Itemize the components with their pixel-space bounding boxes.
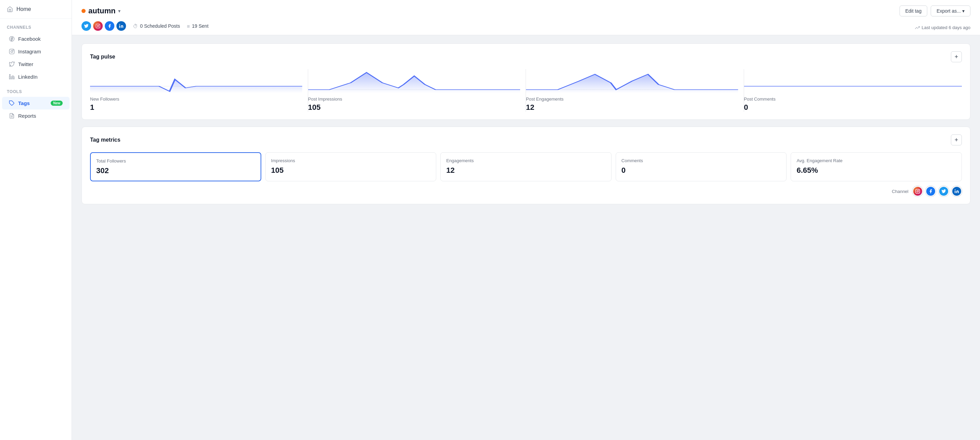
- pulse-post-comments: Post Comments 0: [744, 69, 962, 112]
- pulse-value-0: 1: [90, 103, 302, 112]
- svg-point-2: [11, 51, 13, 53]
- tags-label: Tags: [18, 100, 30, 106]
- linkedin-icon[interactable]: [116, 21, 126, 31]
- social-icons-row: [81, 21, 126, 31]
- tag-pulse-card: Tag pulse +: [81, 43, 970, 120]
- sidebar-item-instagram[interactable]: Instagram: [2, 45, 70, 58]
- pulse-value-2: 12: [526, 103, 738, 112]
- metric-total-followers[interactable]: Total Followers 302: [90, 152, 261, 181]
- pulse-new-followers: New Followers 1: [90, 69, 308, 112]
- header-meta: ⏱ 0 Scheduled Posts ≡ 19 Sent: [81, 21, 970, 35]
- tools-section-label: Tools: [0, 83, 72, 97]
- tag-metrics-add-button[interactable]: +: [951, 135, 962, 145]
- sent-posts-label: 19 Sent: [192, 23, 208, 29]
- instagram-icon[interactable]: [93, 21, 103, 31]
- svg-rect-9: [96, 24, 100, 28]
- scheduled-posts: ⏱ 0 Scheduled Posts: [133, 23, 180, 29]
- header-actions: Edit tag Export as... ▾: [899, 5, 970, 16]
- export-button[interactable]: Export as... ▾: [931, 5, 970, 16]
- svg-point-5: [9, 74, 10, 75]
- content-area: Tag pulse +: [72, 35, 980, 213]
- sparkline-post-engagements: [526, 69, 738, 93]
- metric-value-1: 105: [271, 166, 431, 175]
- sidebar-item-facebook[interactable]: Facebook: [2, 32, 70, 45]
- metric-value-4: 6.65%: [797, 166, 956, 175]
- svg-rect-21: [955, 191, 955, 193]
- chevron-down-icon[interactable]: ▾: [118, 8, 121, 14]
- metric-label-3: Comments: [622, 158, 781, 163]
- metric-label-0: Total Followers: [96, 159, 255, 164]
- instagram-label: Instagram: [18, 49, 41, 54]
- twitter-label: Twitter: [18, 61, 33, 67]
- facebook-icon[interactable]: [105, 21, 115, 31]
- list-icon: ≡: [187, 23, 190, 29]
- sidebar-item-home[interactable]: Home: [0, 0, 72, 19]
- sent-posts: ≡ 19 Sent: [187, 23, 208, 29]
- channel-label: Channel: [892, 189, 908, 194]
- svg-rect-12: [119, 25, 120, 28]
- tag-metrics-card-header: Tag metrics +: [90, 135, 962, 145]
- metric-label-1: Impressions: [271, 158, 431, 163]
- channel-instagram-icon[interactable]: [913, 186, 923, 196]
- svg-rect-18: [916, 189, 920, 193]
- home-label: Home: [16, 6, 31, 12]
- sidebar: Home Channels Facebook Instagram Twitter…: [0, 0, 72, 440]
- svg-point-13: [119, 24, 120, 25]
- channels-section-label: Channels: [0, 19, 72, 32]
- metric-value-0: 302: [96, 166, 255, 175]
- svg-point-3: [13, 50, 13, 50]
- pulse-label-0: New Followers: [90, 97, 302, 102]
- metric-value-2: 12: [446, 166, 606, 175]
- tag-pulse-add-button[interactable]: +: [951, 51, 962, 62]
- sidebar-item-linkedin[interactable]: LinkedIn: [2, 70, 70, 83]
- metrics-grid: Total Followers 302 Impressions 105 Enga…: [90, 152, 962, 181]
- metric-value-3: 0: [622, 166, 781, 175]
- channel-row: Channel: [90, 186, 962, 196]
- metric-comments[interactable]: Comments 0: [616, 152, 787, 181]
- svg-point-11: [99, 25, 99, 25]
- header-top: autumn ▾ Edit tag Export as... ▾: [81, 5, 970, 16]
- sparkline-post-comments: [744, 69, 962, 93]
- reports-label: Reports: [18, 113, 36, 119]
- metric-engagements[interactable]: Engagements 12: [440, 152, 612, 181]
- svg-point-19: [917, 191, 919, 192]
- channel-facebook-icon[interactable]: [926, 186, 936, 196]
- sidebar-item-tags[interactable]: Tags New: [2, 97, 70, 110]
- export-chevron-icon: ▾: [962, 8, 964, 14]
- svg-point-22: [955, 189, 955, 190]
- last-updated-text: Last updated 6 days ago: [922, 25, 970, 30]
- pulse-label-2: Post Engagements: [526, 97, 738, 102]
- channel-linkedin-icon[interactable]: [951, 186, 962, 196]
- pulse-value-1: 105: [308, 103, 520, 112]
- sidebar-item-reports[interactable]: Reports: [2, 110, 70, 122]
- metric-avg-engagement-rate[interactable]: Avg. Engagement Rate 6.65%: [791, 152, 962, 181]
- pulse-label-1: Post Impressions: [308, 97, 520, 102]
- main-content: autumn ▾ Edit tag Export as... ▾: [72, 0, 980, 440]
- metric-impressions[interactable]: Impressions 105: [266, 152, 437, 181]
- dot-orange: [81, 9, 86, 13]
- tag-pulse-title: Tag pulse: [90, 54, 115, 60]
- twitter-icon[interactable]: [81, 21, 91, 31]
- pulse-post-engagements: Post Engagements 12: [526, 69, 744, 112]
- svg-rect-1: [9, 49, 14, 54]
- pulse-value-3: 0: [744, 103, 962, 112]
- edit-tag-button[interactable]: Edit tag: [899, 5, 927, 16]
- tag-pulse-card-header: Tag pulse +: [90, 51, 962, 62]
- channel-twitter-icon[interactable]: [939, 186, 949, 196]
- tag-name: autumn: [88, 6, 115, 15]
- header-bar: autumn ▾ Edit tag Export as... ▾: [72, 0, 980, 35]
- tag-metrics-title: Tag metrics: [90, 137, 121, 143]
- tag-metrics-card: Tag metrics + Total Followers 302 Impres…: [81, 127, 970, 204]
- metric-label-4: Avg. Engagement Rate: [797, 158, 956, 163]
- svg-point-10: [97, 25, 99, 27]
- last-updated-bar: Last updated 6 days ago: [915, 25, 970, 30]
- export-label: Export as...: [937, 8, 961, 14]
- sidebar-item-twitter[interactable]: Twitter: [2, 58, 70, 70]
- svg-point-20: [918, 190, 919, 191]
- facebook-label: Facebook: [18, 36, 41, 42]
- pulse-label-3: Post Comments: [744, 97, 962, 102]
- metric-label-2: Engagements: [446, 158, 606, 163]
- sparkline-post-impressions: [308, 69, 520, 93]
- tags-badge: New: [51, 101, 63, 106]
- pulse-post-impressions: Post Impressions 105: [308, 69, 526, 112]
